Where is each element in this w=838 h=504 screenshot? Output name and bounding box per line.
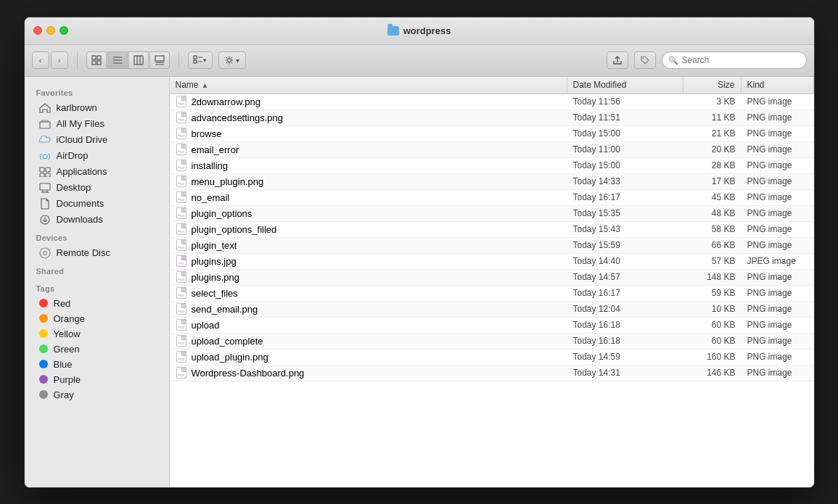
documents-icon: [39, 198, 51, 210]
file-name-cell: PNG Wordpress-Dashboard.png: [170, 367, 567, 379]
action-button[interactable]: ▾: [218, 51, 246, 69]
svg-point-44: [43, 251, 46, 255]
group-button[interactable]: ▾: [188, 51, 213, 69]
forward-button[interactable]: ›: [51, 51, 68, 69]
action-arrow-icon: ▾: [236, 57, 239, 65]
forward-icon: ›: [58, 56, 61, 65]
table-row[interactable]: PNG menu_plugin.png Today 14:33 17 KB PN…: [170, 174, 814, 190]
file-name: plugin_options_filled: [192, 224, 277, 235]
svg-rect-32: [46, 168, 50, 172]
table-row[interactable]: PNG plugins.png Today 14:57 148 KB PNG i…: [170, 270, 814, 286]
sidebar-item-documents[interactable]: Documents: [28, 196, 166, 212]
sidebar-item-downloads[interactable]: Downloads: [28, 212, 166, 228]
cover-flow-button[interactable]: [149, 51, 170, 69]
tag-button[interactable]: [634, 51, 656, 69]
file-size-cell: 21 KB: [683, 128, 742, 139]
col-header-size[interactable]: Size: [683, 77, 742, 94]
file-date-cell: Today 11:51: [567, 112, 683, 123]
file-name-cell: PNG send_email.png: [170, 303, 567, 315]
sidebar-item-desktop[interactable]: Desktop: [28, 180, 166, 196]
sidebar-item-tag-red[interactable]: Red: [28, 296, 166, 311]
table-row[interactable]: PNG plugin_text Today 15:59 66 KB PNG im…: [170, 238, 814, 254]
sidebar-item-tag-green[interactable]: Green: [28, 342, 166, 357]
sidebar-item-all-my-files[interactable]: All My Files: [28, 116, 166, 132]
desktop-icon: [39, 182, 51, 194]
svg-rect-13: [194, 56, 197, 59]
file-name: Wordpress-Dashboard.png: [192, 368, 305, 379]
file-kind-cell: PNG image: [742, 368, 814, 378]
sidebar-item-icloud-drive[interactable]: iCloud Drive: [28, 132, 166, 148]
file-kind-cell: PNG image: [742, 112, 814, 123]
sidebar-item-remote-disc[interactable]: Remote Disc: [28, 245, 166, 261]
gray-tag-dot: [39, 390, 48, 399]
col-header-name[interactable]: Name ▲: [170, 77, 567, 94]
purple-tag-dot: [39, 375, 48, 384]
file-name-cell: PNG plugin_options: [170, 207, 567, 219]
table-row[interactable]: PNG email_error Today 11:00 20 KB PNG im…: [170, 142, 814, 158]
close-button[interactable]: [33, 26, 42, 35]
table-row[interactable]: PNG Wordpress-Dashboard.png Today 14:31 …: [170, 365, 814, 381]
file-thumb: PNG: [176, 271, 187, 283]
sidebar-item-label: Applications: [57, 166, 107, 177]
table-row[interactable]: PNG upload_plugin.png Today 14:59 160 KB…: [170, 350, 814, 365]
shared-header: Shared: [25, 261, 169, 278]
sidebar-item-tag-blue[interactable]: Blue: [28, 357, 166, 372]
group-arrow-icon: ▾: [203, 57, 207, 64]
icon-view-button[interactable]: [86, 51, 107, 69]
sidebar-item-label: Remote Disc: [57, 247, 110, 258]
search-box[interactable]: 🔍: [662, 51, 807, 69]
sidebar-item-tag-yellow[interactable]: Yellow: [28, 326, 166, 342]
file-kind-cell: PNG image: [742, 192, 814, 202]
back-icon: ‹: [39, 56, 42, 65]
share-button[interactable]: [607, 51, 628, 69]
sidebar-item-applications[interactable]: Applications: [28, 164, 166, 180]
table-row[interactable]: PNG send_email.png Today 12:04 10 KB PNG…: [170, 302, 814, 318]
sidebar-item-label: Desktop: [57, 182, 91, 193]
file-thumb: PNG: [176, 175, 187, 187]
file-date-cell: Today 11:00: [567, 144, 683, 154]
file-name: browse: [192, 128, 222, 139]
png-file-icon: PNG: [176, 303, 186, 315]
file-area: Name ▲ Date Modified Size Kind PNG 2down…: [170, 77, 814, 487]
file-size-cell: 3 KB: [683, 96, 742, 107]
file-name: no_email: [192, 192, 230, 203]
table-row[interactable]: PNG no_email Today 16:17 45 KB PNG image: [170, 190, 814, 206]
back-button[interactable]: ‹: [32, 51, 49, 69]
gear-icon: [225, 56, 234, 65]
sidebar-item-karlbrown[interactable]: karlbrown: [28, 100, 166, 116]
col-header-kind[interactable]: Kind: [742, 77, 814, 94]
png-file-icon: PNG: [176, 144, 186, 155]
file-thumb: PNG: [176, 303, 187, 315]
title-text: wordpress: [403, 25, 451, 36]
table-row[interactable]: PNG select_files Today 16:17 59 KB PNG i…: [170, 286, 814, 302]
column-view-button[interactable]: [128, 51, 149, 69]
table-row[interactable]: PNG installing Today 15:00 28 KB PNG ima…: [170, 158, 814, 174]
table-row[interactable]: PNG plugin_options_filled Today 15:43 58…: [170, 222, 814, 238]
file-date-cell: Today 14:59: [567, 352, 683, 362]
svg-rect-33: [40, 173, 44, 177]
minimize-button[interactable]: [46, 26, 55, 35]
file-date-cell: Today 14:31: [567, 368, 683, 378]
table-row[interactable]: PNG 2downarrow.png Today 11:56 3 KB PNG …: [170, 94, 814, 110]
table-row[interactable]: PNG plugin_options Today 15:35 48 KB PNG…: [170, 206, 814, 222]
file-size-cell: 45 KB: [683, 192, 742, 202]
file-size-cell: 11 KB: [683, 112, 742, 123]
maximize-button[interactable]: [59, 26, 68, 35]
table-row[interactable]: PNG upload_complete Today 16:18 60 KB PN…: [170, 334, 814, 350]
png-file-icon: PNG: [176, 367, 186, 379]
table-row[interactable]: PNG advancedsettings.png Today 11:51 11 …: [170, 110, 814, 126]
sidebar-item-tag-purple[interactable]: Purple: [28, 372, 166, 387]
png-file-icon: PNG: [176, 239, 186, 251]
sidebar-item-tag-orange[interactable]: Orange: [28, 311, 166, 326]
file-name-cell: PNG plugins.png: [170, 271, 567, 283]
table-row[interactable]: PNG upload Today 16:18 60 KB PNG image: [170, 318, 814, 334]
table-row[interactable]: JPG plugins.jpg Today 14:40 57 KB JPEG i…: [170, 254, 814, 270]
search-input[interactable]: [682, 55, 800, 65]
list-view-button[interactable]: [107, 51, 128, 69]
sidebar-item-tag-gray[interactable]: Gray: [28, 387, 166, 402]
column-header: Name ▲ Date Modified Size Kind: [170, 77, 814, 94]
sidebar-item-airdrop[interactable]: AirDrop: [28, 148, 166, 164]
table-row[interactable]: PNG browse Today 15:00 21 KB PNG image: [170, 126, 814, 142]
file-name: plugin_text: [192, 240, 237, 251]
col-header-date[interactable]: Date Modified: [567, 77, 683, 94]
